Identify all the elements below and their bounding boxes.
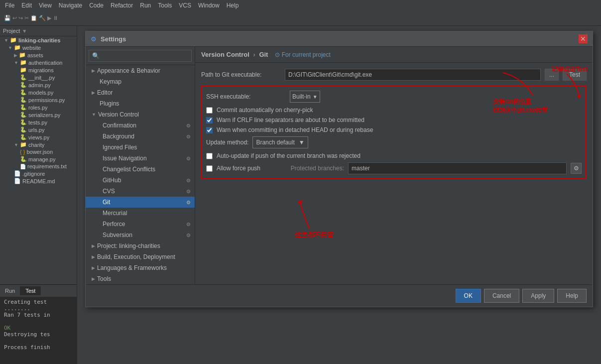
protected-input[interactable]: [348, 162, 567, 174]
menu-window[interactable]: Window: [195, 1, 223, 10]
tree-root[interactable]: ▼ 📁 linking-charities: [0, 36, 77, 44]
tree-item-website[interactable]: ▼ 📁 website: [0, 44, 77, 51]
settings-item-mercurial[interactable]: Mercurial: [86, 208, 195, 219]
readme-icon: 📄: [14, 178, 21, 184]
menu-bar: File Edit View Navigate Code Refactor Ru…: [0, 0, 601, 11]
tree-item-requirements[interactable]: 📄 requirements.txt: [0, 163, 77, 170]
path-input[interactable]: [285, 69, 541, 81]
menu-help[interactable]: Help: [224, 1, 242, 10]
menu-refactor[interactable]: Refactor: [108, 1, 136, 10]
tab-run[interactable]: Run: [0, 286, 20, 295]
settings-item-project[interactable]: ▶ Project: linking-charities: [86, 241, 195, 251]
project-header: Project ▼: [0, 26, 77, 36]
settings-item-git[interactable]: Git ⚙: [86, 197, 195, 208]
settings-search-input[interactable]: [89, 50, 192, 62]
auth-arrow: ▼: [14, 60, 18, 65]
protected-settings-btn[interactable]: ⚙: [571, 163, 582, 174]
settings-item-build[interactable]: ▶ Build, Execution, Deployment: [86, 251, 195, 262]
menu-edit[interactable]: Edit: [18, 1, 35, 10]
perm-icon: 🐍: [20, 97, 27, 103]
cherry-pick-checkbox[interactable]: [206, 107, 213, 114]
tree-item-serializers[interactable]: 🐍 serializers.py: [0, 111, 77, 119]
bottom-panel: Run Test Creating test ........ Ran 7 te…: [0, 284, 77, 364]
tree-item-urls[interactable]: 🐍 urls.py: [0, 126, 77, 133]
tab-test[interactable]: Test: [20, 286, 41, 295]
project-dropdown-arrow[interactable]: ▼: [22, 28, 27, 34]
toolbar-icons: 💾 ↩ ↪ ✂ 📋 🔨 ▶ ⏸: [2, 15, 60, 21]
settings-item-confirmation[interactable]: Confirmation ⚙: [86, 120, 195, 131]
website-arrow: ▼: [8, 45, 12, 50]
menu-tools[interactable]: Tools: [155, 1, 175, 10]
log-ran: Ran 7 tests in: [4, 312, 73, 318]
protected-label: Protected branches:: [264, 165, 344, 172]
auto-update-checkbox[interactable]: [206, 153, 213, 159]
tree-item-migrations[interactable]: 📁 migrations: [0, 66, 77, 74]
settings-item-languages[interactable]: ▶ Languages & Frameworks: [86, 262, 195, 273]
content-header: Version Control › Git ⊙ For current proj…: [195, 47, 593, 63]
admin-icon: 🐍: [20, 82, 27, 88]
settings-item-github[interactable]: GitHub ⚙: [86, 175, 195, 186]
tree-item-permissions[interactable]: 🐍 permissions.py: [0, 96, 77, 104]
tree-item-readme[interactable]: 📄 README.md: [0, 177, 77, 185]
settings-item-perforce[interactable]: Perforce ⚙: [86, 219, 195, 230]
update-select[interactable]: Branch default ▼: [252, 136, 308, 148]
for-project-label: ⊙ For current project: [275, 51, 330, 58]
menu-file[interactable]: File: [2, 1, 17, 10]
settings-item-changelist[interactable]: Changelist Conflicts: [86, 164, 195, 175]
test-button[interactable]: Test: [563, 69, 587, 81]
menu-vcs[interactable]: VCS: [176, 1, 194, 10]
ssh-select[interactable]: Built-in ▼: [290, 91, 320, 103]
settings-item-vcs[interactable]: ▼ Version Control: [86, 109, 195, 120]
tree-item-views[interactable]: 🐍 views.py: [0, 133, 77, 141]
auto-update-label: Auto-update if push of the current branc…: [217, 152, 361, 159]
menu-code[interactable]: Code: [86, 1, 107, 10]
init-icon: 🐍: [20, 74, 27, 81]
menu-navigate[interactable]: Navigate: [56, 1, 85, 10]
lang-label: Languages & Frameworks: [97, 264, 167, 271]
tree-item-tests[interactable]: 🐍 tests.py: [0, 119, 77, 126]
serial-label: serializers.py: [28, 112, 60, 118]
tree-item-models[interactable]: 🐍 models.py: [0, 89, 77, 96]
settings-item-tools[interactable]: ▶ Tools: [86, 273, 195, 284]
tree-item-roles[interactable]: 🐍 roles.py: [0, 104, 77, 111]
project-tree: ▼ 📁 linking-charities ▼ 📁 website ▶ 📁 as…: [0, 36, 77, 284]
cherry-pick-label: Commit automatically on cherry-pick: [217, 107, 313, 114]
settings-item-cvs[interactable]: CVS ⚙: [86, 186, 195, 197]
crlf-checkbox[interactable]: [206, 117, 213, 123]
tree-item-gitignore[interactable]: 📄 .gitignore: [0, 170, 77, 177]
models-icon: 🐍: [20, 89, 27, 96]
menu-run[interactable]: Run: [137, 1, 154, 10]
tree-item-assets[interactable]: ▶ 📁 assets: [0, 51, 77, 59]
tree-item-init[interactable]: 🐍 __init__.py: [0, 74, 77, 81]
auto-update-row: Auto-update if push of the current branc…: [206, 152, 582, 159]
vcs-label: Version Control: [98, 111, 139, 118]
settings-item-keymap[interactable]: Keymap: [86, 76, 195, 87]
menu-view[interactable]: View: [36, 1, 55, 10]
tree-item-admin[interactable]: 🐍 admin.py: [0, 81, 77, 89]
detached-checkbox[interactable]: [206, 127, 213, 133]
force-push-checkbox[interactable]: [206, 165, 213, 172]
settings-item-ignored[interactable]: Ignored Files: [86, 142, 195, 153]
settings-item-editor[interactable]: ▶ Editor: [86, 87, 195, 98]
ellipsis-button[interactable]: ...: [545, 69, 559, 81]
dialog-title: Settings: [101, 35, 126, 43]
settings-item-appearance[interactable]: ▶ Appearance & Behavior: [86, 65, 195, 76]
roles-icon: 🐍: [20, 104, 27, 111]
settings-item-issues[interactable]: Issue Navigation ⚙: [86, 153, 195, 164]
git-settings-body: Path to Git executable: ... Test SS: [195, 63, 593, 284]
settings-item-plugins[interactable]: Plugins: [86, 98, 195, 109]
ok-button[interactable]: OK: [456, 289, 481, 303]
p4-vcs-icon: ⚙: [186, 222, 191, 227]
apply-button[interactable]: Apply: [522, 289, 554, 303]
dialog-close-button[interactable]: ✕: [579, 34, 588, 43]
tree-item-auth[interactable]: ▼ 📁 authentication: [0, 59, 77, 66]
cancel-button[interactable]: Cancel: [484, 289, 519, 303]
tree-item-bower[interactable]: { } bower.json: [0, 148, 77, 155]
help-button[interactable]: Help: [557, 289, 587, 303]
auth-label: authentication: [28, 60, 63, 66]
dialog-title-area: ⚙ Settings: [91, 35, 126, 43]
tree-item-charity[interactable]: ▼ 📁 charity: [0, 141, 77, 148]
tree-item-manage[interactable]: 🐍 manage.py: [0, 155, 77, 163]
settings-item-background[interactable]: Background ⚙: [86, 131, 195, 142]
settings-item-svn[interactable]: Subversion ⚙: [86, 230, 195, 241]
